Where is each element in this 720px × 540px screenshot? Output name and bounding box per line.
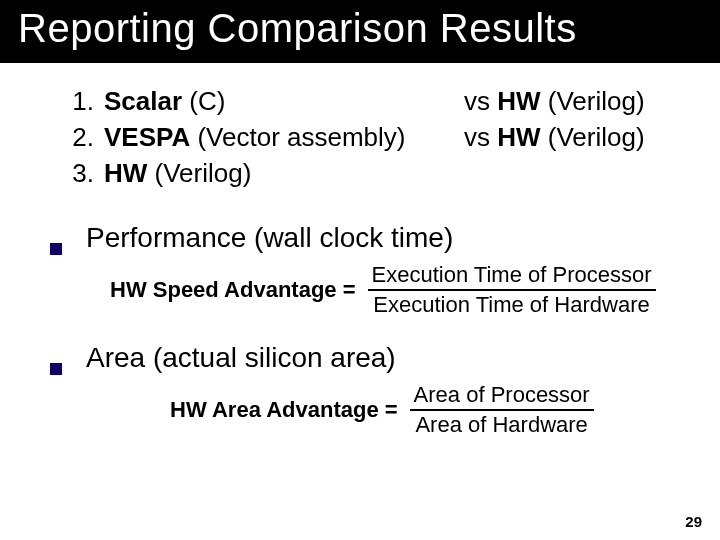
slide-title: Reporting Comparison Results: [18, 6, 577, 50]
slide-number: 29: [685, 513, 702, 530]
bullet-text: Performance (wall clock time): [86, 222, 453, 254]
list-bold: HW: [104, 158, 147, 188]
slide-content: 1. Scalar (C) vs HW (Verilog) 2. VESPA (…: [0, 63, 720, 438]
list-main: VESPA (Vector assembly): [104, 121, 464, 155]
formula-lhs: HW Area Advantage =: [170, 397, 398, 423]
vs-bold: HW: [497, 86, 540, 116]
list-vs: vs HW (Verilog): [464, 121, 645, 155]
list-row-3: 3. HW (Verilog): [50, 157, 670, 191]
title-band: Reporting Comparison Results: [0, 0, 720, 63]
bullet-icon: [50, 243, 62, 255]
vs-prefix: vs: [464, 122, 497, 152]
vs-rest: (Verilog): [541, 122, 645, 152]
list-num: 1.: [50, 85, 104, 119]
bullet-text: Area (actual silicon area): [86, 342, 396, 374]
slide: Reporting Comparison Results 1. Scalar (…: [0, 0, 720, 540]
list-row-2: 2. VESPA (Vector assembly) vs HW (Verilo…: [50, 121, 670, 155]
list-num: 2.: [50, 121, 104, 155]
list-num: 3.: [50, 157, 104, 191]
vs-rest: (Verilog): [541, 86, 645, 116]
bullet-area: Area (actual silicon area): [50, 342, 670, 374]
vs-prefix: vs: [464, 86, 497, 116]
formula-area: HW Area Advantage = Area of Processor Ar…: [50, 382, 670, 438]
formula-speed: HW Speed Advantage = Execution Time of P…: [50, 262, 670, 318]
list-main: HW (Verilog): [104, 157, 464, 191]
list-rest: (Vector assembly): [190, 122, 405, 152]
list-main: Scalar (C): [104, 85, 464, 119]
bullet-performance: Performance (wall clock time): [50, 222, 670, 254]
list-rest: (C): [182, 86, 225, 116]
fraction-denominator: Execution Time of Hardware: [369, 291, 653, 318]
fraction-denominator: Area of Hardware: [411, 411, 591, 438]
bullet-icon: [50, 363, 62, 375]
list-row-1: 1. Scalar (C) vs HW (Verilog): [50, 85, 670, 119]
list-rest: (Verilog): [147, 158, 251, 188]
fraction-numerator: Area of Processor: [410, 382, 594, 409]
list-bold: VESPA: [104, 122, 190, 152]
fraction: Execution Time of Processor Execution Ti…: [368, 262, 656, 318]
fraction: Area of Processor Area of Hardware: [410, 382, 594, 438]
list-bold: Scalar: [104, 86, 182, 116]
vs-bold: HW: [497, 122, 540, 152]
list-vs: vs HW (Verilog): [464, 85, 645, 119]
formula-lhs: HW Speed Advantage =: [110, 277, 356, 303]
fraction-numerator: Execution Time of Processor: [368, 262, 656, 289]
